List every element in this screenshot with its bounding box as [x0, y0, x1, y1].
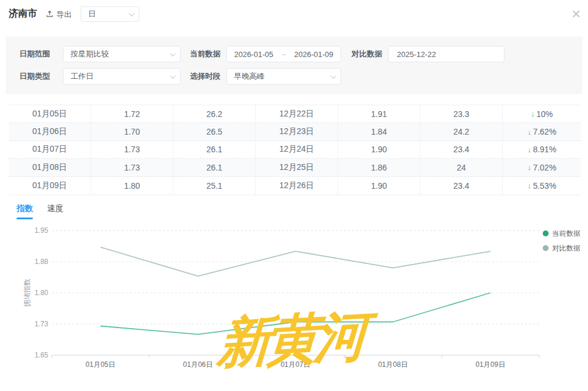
- current-data-label: 当前数据: [190, 46, 220, 62]
- table-cell: 1.72: [91, 105, 173, 122]
- table-cell: 01月05日: [9, 105, 91, 122]
- time-period-value: 早晚高峰: [234, 71, 265, 82]
- table-cell: 26.1: [173, 159, 256, 176]
- filter-panel: 日期范围 按星期比较 当前数据 2026-01-05 ~ 2026-01-09 …: [6, 36, 582, 94]
- table-cell: 23.3: [420, 105, 503, 122]
- change-value: 7.62%: [533, 127, 556, 136]
- table-cell: 01月07日: [9, 141, 91, 158]
- chevron-down-icon: [170, 73, 176, 79]
- down-arrow-icon: ↓: [527, 145, 532, 154]
- table-cell: 23.4: [420, 177, 503, 195]
- table-cell: 1.70: [91, 123, 173, 140]
- date-range-value: 按星期比较: [71, 49, 109, 59]
- table-row[interactable]: 01月07日1.7326.112月24日1.9023.4↓8.91%: [9, 141, 581, 159]
- table-cell: 1.80: [91, 177, 173, 195]
- range-separator: ~: [282, 50, 286, 59]
- table-cell: 1.73: [91, 141, 173, 158]
- chart-tab-bar: 指数速度: [16, 203, 64, 219]
- change-cell: ↓10%: [503, 105, 581, 122]
- table-row[interactable]: 01月05日1.7226.212月22日1.9123.3↓10%: [9, 105, 581, 123]
- date-type-label: 日期类型: [19, 68, 50, 85]
- table-cell: 26.2: [173, 105, 256, 122]
- change-value: 5.53%: [533, 181, 556, 191]
- legend-label: 对比数据: [552, 244, 580, 252]
- table-cell: 12月26日: [256, 177, 338, 195]
- change-value: 8.91%: [533, 145, 556, 154]
- time-period-select[interactable]: 早晚高峰: [226, 68, 341, 85]
- legend-dot: [543, 245, 549, 251]
- x-tick-label: 01月08日: [378, 360, 408, 369]
- current-data-start: 2026-01-05: [234, 50, 273, 59]
- period-select[interactable]: 日: [81, 6, 139, 22]
- y-tick-label: 1.65: [35, 351, 49, 359]
- table-cell: 26.1: [173, 141, 256, 158]
- date-type-select[interactable]: 工作日: [63, 68, 181, 85]
- legend-dot: [543, 230, 549, 236]
- change-cell: ↓7.62%: [503, 123, 581, 140]
- change-value: 7.02%: [533, 163, 556, 172]
- table-row[interactable]: 01月06日1.7026.512月23日1.8424.2↓7.62%: [9, 123, 581, 141]
- current-data-range-input[interactable]: 2026-01-05 ~ 2026-01-09: [226, 46, 341, 62]
- down-arrow-icon: ↓: [527, 181, 532, 190]
- change-cell: ↓8.91%: [503, 141, 581, 158]
- table-cell: 1.90: [338, 141, 420, 158]
- congestion-dashboard: 济南市 导出 日 ✕ 日期范围 按星期比较 当前数据 2026-01-05 ~: [0, 0, 588, 391]
- current-data-end: 2026-01-09: [294, 50, 333, 59]
- table-cell: 25.1: [173, 177, 256, 195]
- chevron-down-icon: [129, 11, 135, 16]
- down-arrow-icon: ↓: [527, 163, 532, 172]
- compare-data-label: 对比数据: [352, 46, 382, 62]
- date-range-label: 日期范围: [19, 46, 50, 62]
- down-arrow-icon: ↓: [527, 128, 532, 136]
- table-cell: 26.5: [173, 123, 256, 140]
- date-range-select[interactable]: 按星期比较: [63, 46, 181, 62]
- tab-速度[interactable]: 速度: [47, 203, 64, 219]
- change-cell: ↓7.02%: [503, 159, 581, 176]
- comparison-table: 01月05日1.7226.212月22日1.9123.3↓10%01月06日1.…: [9, 105, 581, 195]
- table-cell: 12月22日: [256, 105, 338, 122]
- page-title: 济南市: [9, 8, 37, 20]
- x-tick-label: 01月09日: [476, 360, 506, 369]
- y-tick-label: 1.95: [35, 226, 49, 235]
- y-axis-title: 拥堵指数: [23, 279, 31, 307]
- legend-label: 当前数据: [552, 229, 580, 238]
- x-tick-label: 01月06日: [183, 360, 213, 369]
- change-cell: ↓5.53%: [503, 177, 581, 195]
- tab-指数[interactable]: 指数: [16, 203, 33, 219]
- time-period-label: 选择时段: [190, 68, 220, 85]
- x-tick-label: 01月07日: [280, 360, 310, 369]
- y-tick-label: 1.88: [35, 258, 49, 266]
- y-tick-label: 1.73: [35, 320, 49, 328]
- compare-data-value: 2025-12-22: [397, 50, 436, 59]
- change-value: 10%: [536, 109, 553, 119]
- down-arrow-icon: ↓: [531, 109, 535, 118]
- table-cell: 1.90: [338, 177, 420, 195]
- table-cell: 12月24日: [256, 141, 338, 158]
- close-icon[interactable]: ✕: [569, 7, 583, 21]
- table-cell: 01月08日: [9, 159, 91, 176]
- table-cell: 24: [420, 159, 503, 176]
- x-tick-label: 01月05日: [86, 360, 116, 369]
- table-cell: 1.73: [91, 159, 173, 176]
- table-cell: 1.84: [338, 123, 420, 140]
- table-cell: 01月06日: [9, 123, 91, 140]
- export-button[interactable]: 导出: [46, 9, 72, 20]
- y-tick-label: 1.80: [35, 289, 49, 297]
- table-cell: 01月09日: [9, 177, 91, 195]
- chevron-down-icon: [170, 51, 176, 56]
- line-series-当前数据: [101, 293, 490, 335]
- export-label: 导出: [56, 9, 72, 20]
- congestion-index-chart: 1.651.731.801.881.9501月05日01月06日01月07日01…: [0, 222, 588, 376]
- table-cell: 12月25日: [256, 159, 338, 176]
- table-cell: 24.2: [420, 123, 503, 140]
- table-row[interactable]: 01月09日1.8025.112月26日1.9023.4↓5.53%: [9, 177, 581, 195]
- date-type-value: 工作日: [71, 71, 93, 82]
- compare-data-input[interactable]: 2025-12-22: [388, 46, 505, 62]
- table-cell: 1.86: [338, 159, 420, 176]
- export-upload-icon: [46, 10, 54, 19]
- table-cell: 23.4: [420, 141, 503, 158]
- table-cell: 12月23日: [256, 123, 338, 140]
- table-cell: 1.91: [338, 105, 420, 122]
- table-row[interactable]: 01月08日1.7326.112月25日1.8624↓7.02%: [9, 159, 581, 176]
- period-select-value: 日: [88, 9, 96, 19]
